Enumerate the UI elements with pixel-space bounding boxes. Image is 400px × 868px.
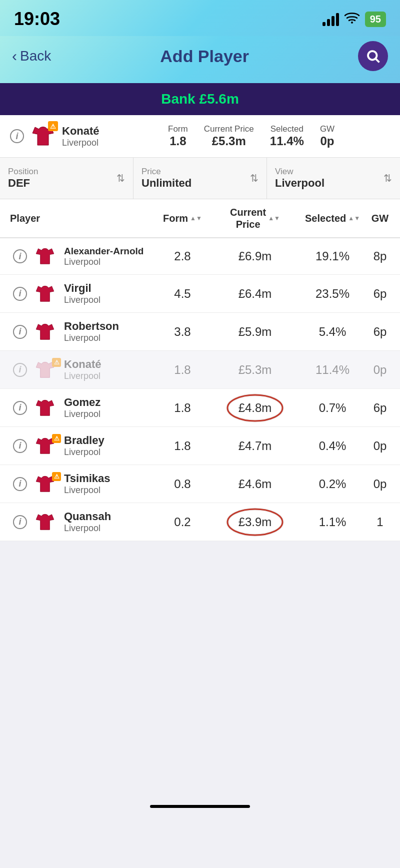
row-name-area: Tsimikas Liverpool <box>60 472 150 496</box>
info-icon[interactable]: i <box>13 249 27 263</box>
table-row[interactable]: i ⚠ Konaté Liverpool 1.8 £5.3m 11.4% 0p <box>0 351 400 389</box>
row-shirt: ⚠ <box>30 435 60 457</box>
row-shirt: ⚠ <box>30 359 60 381</box>
view-filter-label: View <box>275 167 324 177</box>
info-icon[interactable]: i <box>13 401 27 415</box>
status-icons: 95 <box>322 12 386 27</box>
row-price: £4.8m <box>215 401 295 415</box>
row-name-area: Quansah Liverpool <box>60 510 150 534</box>
svg-point-0 <box>351 22 353 24</box>
row-gw: 0p <box>370 477 390 491</box>
status-bar: 19:03 95 <box>0 0 400 36</box>
bank-amount: Bank £5.6m <box>161 91 239 107</box>
row-info-icon[interactable]: i <box>10 401 30 415</box>
back-chevron-icon: ‹ <box>12 48 17 65</box>
row-form: 0.8 <box>150 477 215 491</box>
table-row[interactable]: i ⚠ Tsimikas Liverpool 0.8 £4.6m 0.2% 0p <box>0 465 400 503</box>
row-gw: 8p <box>370 249 390 263</box>
row-info-icon[interactable]: i <box>10 325 30 339</box>
row-form: 1.8 <box>150 439 215 453</box>
price-label: Current Price <box>204 124 254 134</box>
th-gw: GW <box>370 213 390 224</box>
selected-sort-icon[interactable]: ▲▼ <box>348 215 360 221</box>
row-selected: 0.4% <box>295 439 370 453</box>
row-player-name: Konaté <box>64 358 150 371</box>
position-chevron-icon: ⇅ <box>116 172 125 184</box>
gw-value: 0p <box>320 134 334 148</box>
info-icon[interactable]: i <box>13 325 27 339</box>
info-icon[interactable]: i <box>13 439 27 453</box>
warning-badge: ⚠ <box>52 358 61 367</box>
view-filter[interactable]: View Liverpool ⇅ <box>267 158 400 199</box>
home-bar <box>0 791 400 821</box>
svg-point-3 <box>228 395 282 421</box>
row-info-icon[interactable]: i <box>10 477 30 491</box>
row-info-icon[interactable]: i <box>10 287 30 301</box>
row-gw: 0p <box>370 363 390 377</box>
row-player-team: Liverpool <box>64 371 150 381</box>
shirt-icon <box>34 283 56 305</box>
view-chevron-icon: ⇅ <box>384 172 392 184</box>
table-row[interactable]: i Alexander-Arnold Liverpool 2.8 £6.9m 1… <box>0 238 400 275</box>
row-player-team: Liverpool <box>64 523 150 534</box>
row-info-icon[interactable]: i <box>10 363 30 377</box>
row-info-icon[interactable]: i <box>10 515 30 529</box>
page-title: Add Player <box>160 47 249 66</box>
highlighted-player-name: Konaté <box>62 125 162 138</box>
position-filter-label: Position <box>8 167 38 177</box>
info-icon[interactable]: i <box>13 515 27 529</box>
shirt-icon <box>34 397 56 419</box>
price-filter-value: Unlimited <box>142 177 192 190</box>
info-icon[interactable]: i <box>13 287 27 301</box>
row-player-name: Gomez <box>64 396 150 409</box>
form-label: Form <box>168 124 188 134</box>
row-price: £5.9m <box>215 325 295 339</box>
table-row[interactable]: i Gomez Liverpool 1.8 £4.8m 0.7% 6p <box>0 389 400 427</box>
row-name-area: Robertson Liverpool <box>60 320 150 343</box>
row-selected: 11.4% <box>295 363 370 377</box>
row-info-icon[interactable]: i <box>10 249 30 263</box>
th-current-price: CurrentPrice ▲▼ <box>215 206 295 230</box>
info-icon[interactable]: i <box>13 477 27 491</box>
row-form: 1.8 <box>150 363 215 377</box>
price-filter-label: Price <box>142 167 192 177</box>
shirt-icon <box>34 245 56 267</box>
table-header: Player Form ▲▼ CurrentPrice ▲▼ Selected … <box>0 199 400 238</box>
row-shirt <box>30 511 60 533</box>
price-sort-icon[interactable]: ▲▼ <box>268 215 280 221</box>
view-filter-value: Liverpool <box>275 177 324 190</box>
table-row[interactable]: i ⚠ Bradley Liverpool 1.8 £4.7m 0.4% 0p <box>0 427 400 465</box>
row-player-team: Liverpool <box>64 447 150 458</box>
form-sort-icon[interactable]: ▲▼ <box>190 215 202 221</box>
info-icon[interactable]: i <box>13 363 27 377</box>
row-player-name: Robertson <box>64 320 150 333</box>
player-info-icon[interactable]: i <box>10 129 24 143</box>
back-label: Back <box>20 48 51 64</box>
row-selected: 0.2% <box>295 477 370 491</box>
row-name-area: Virgil Liverpool <box>60 282 150 305</box>
svg-point-1 <box>368 51 377 60</box>
row-price: £6.9m <box>215 249 295 263</box>
search-button[interactable] <box>358 41 388 71</box>
row-price: £3.9m <box>215 515 295 529</box>
price-filter[interactable]: Price Unlimited ⇅ <box>134 158 267 199</box>
row-gw: 1 <box>370 515 390 529</box>
highlighted-player-stats: Form 1.8 Current Price £5.3m Selected 11… <box>168 124 390 148</box>
row-info-icon[interactable]: i <box>10 439 30 453</box>
table-row[interactable]: i Robertson Liverpool 3.8 £5.9m 5.4% 6p <box>0 313 400 351</box>
highlighted-gw-stat: GW 0p <box>320 124 334 148</box>
battery-indicator: 95 <box>365 12 386 27</box>
position-filter[interactable]: Position DEF ⇅ <box>0 158 134 199</box>
back-button[interactable]: ‹ Back <box>12 48 51 65</box>
shirt-icon <box>34 511 56 533</box>
gw-label: GW <box>320 124 334 134</box>
highlighted-player-row: i ⚠ Konaté Liverpool Form 1.8 Current Pr… <box>0 115 400 158</box>
price-chevron-icon: ⇅ <box>250 172 258 184</box>
table-row[interactable]: i Quansah Liverpool 0.2 £3.9m 1.1% 1 <box>0 503 400 541</box>
table-row[interactable]: i Virgil Liverpool 4.5 £6.4m 23.5% 6p <box>0 275 400 313</box>
selected-label: Selected <box>270 124 304 134</box>
player-shirt: ⚠ <box>30 123 56 149</box>
position-filter-value: DEF <box>8 177 38 190</box>
shirt-icon <box>34 321 56 343</box>
th-player: Player <box>10 213 150 224</box>
